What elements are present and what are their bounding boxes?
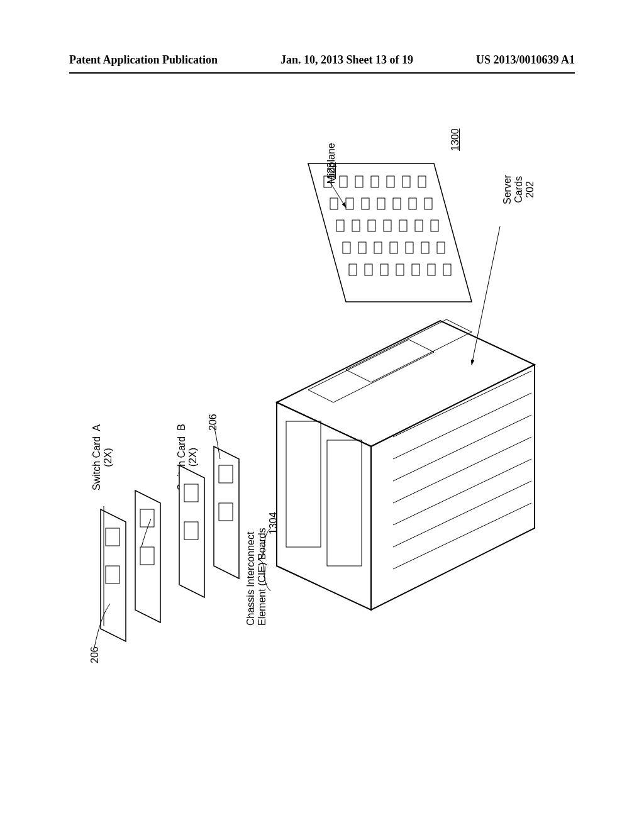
chassis-drawing xyxy=(277,319,535,610)
header-right-text: US 2013/0010639 A1 xyxy=(476,53,575,67)
svg-rect-29 xyxy=(365,264,372,275)
svg-rect-7 xyxy=(330,198,338,209)
page-header: Patent Application Publication Jan. 10, … xyxy=(0,53,644,67)
svg-rect-20 xyxy=(431,220,438,231)
svg-rect-22 xyxy=(358,242,366,253)
svg-rect-31 xyxy=(396,264,404,275)
svg-rect-2 xyxy=(355,176,363,187)
svg-rect-16 xyxy=(368,220,375,231)
svg-rect-0 xyxy=(324,176,331,187)
svg-rect-27 xyxy=(437,242,445,253)
svg-rect-19 xyxy=(415,220,423,231)
svg-rect-8 xyxy=(346,198,353,209)
svg-rect-3 xyxy=(371,176,379,187)
svg-rect-15 xyxy=(352,220,360,231)
svg-rect-12 xyxy=(409,198,416,209)
svg-rect-28 xyxy=(349,264,357,275)
technical-drawing xyxy=(82,126,560,692)
svg-rect-13 xyxy=(425,198,432,209)
svg-rect-14 xyxy=(336,220,344,231)
svg-rect-25 xyxy=(406,242,413,253)
figure-area: 1300 Midplane 123 Server Cards 202 Switc… xyxy=(82,126,560,692)
svg-rect-21 xyxy=(343,242,350,253)
svg-rect-5 xyxy=(402,176,410,187)
svg-rect-30 xyxy=(380,264,388,275)
svg-rect-18 xyxy=(399,220,407,231)
svg-rect-1 xyxy=(340,176,347,187)
midplane-drawing xyxy=(308,163,472,302)
svg-rect-32 xyxy=(412,264,419,275)
svg-rect-11 xyxy=(393,198,401,209)
switch-cards-drawing xyxy=(101,446,239,641)
svg-rect-10 xyxy=(377,198,385,209)
svg-rect-9 xyxy=(362,198,369,209)
svg-rect-4 xyxy=(387,176,394,187)
svg-rect-6 xyxy=(418,176,426,187)
svg-rect-33 xyxy=(428,264,435,275)
svg-rect-23 xyxy=(374,242,382,253)
svg-rect-17 xyxy=(384,220,391,231)
svg-rect-24 xyxy=(390,242,397,253)
header-divider xyxy=(69,72,575,74)
header-center-text: Jan. 10, 2013 Sheet 13 of 19 xyxy=(280,53,413,67)
svg-rect-34 xyxy=(443,264,451,275)
header-left-text: Patent Application Publication xyxy=(69,53,218,67)
svg-rect-26 xyxy=(421,242,429,253)
